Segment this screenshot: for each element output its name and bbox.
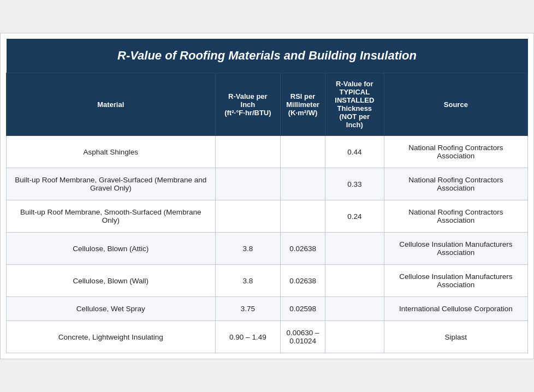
cell-source: Cellulose Insulation Manufacturers Assoc… xyxy=(384,233,527,265)
table-row: Built-up Roof Membrane, Smooth-Surfaced … xyxy=(7,200,528,233)
cell-rsi-per-mm: 0.02638 xyxy=(281,265,325,297)
cell-r-value-per-inch xyxy=(215,136,281,168)
cell-rsi-per-mm xyxy=(281,200,325,233)
header-r-value-per-inch: R-Value per Inch(ft²·°F·hr/BTU) xyxy=(215,73,281,136)
header-rsi-per-mm: RSI perMillimeter(K·m²/W) xyxy=(281,73,325,136)
header-material: Material xyxy=(7,73,216,136)
table-row: Built-up Roof Membrane, Gravel-Surfaced … xyxy=(7,168,528,200)
cell-source: National Roofing Contractors Association xyxy=(384,200,527,233)
table-body: Asphalt Shingles0.44National Roofing Con… xyxy=(7,136,528,353)
cell-material: Cellulose, Wet Spray xyxy=(7,297,216,321)
cell-material: Concrete, Lightweight Insulating xyxy=(7,321,216,353)
cell-r-value-per-inch: 0.90 – 1.49 xyxy=(215,321,281,353)
cell-source: Siplast xyxy=(384,321,527,353)
header-source: Source xyxy=(384,73,527,136)
cell-material: Cellulose, Blown (Attic) xyxy=(7,233,216,265)
cell-r-value-per-inch: 3.75 xyxy=(215,297,281,321)
cell-rsi-per-mm: 0.02598 xyxy=(281,297,325,321)
cell-source: International Cellulose Corporation xyxy=(384,297,527,321)
cell-material: Built-up Roof Membrane, Gravel-Surfaced … xyxy=(7,168,216,200)
cell-r-value-typical: 0.33 xyxy=(325,168,384,200)
cell-r-value-per-inch xyxy=(215,200,281,233)
header-r-value-typical: R-Value forTYPICALINSTALLEDThickness(NOT… xyxy=(325,73,384,136)
cell-r-value-per-inch: 3.8 xyxy=(215,265,281,297)
table-row: Cellulose, Wet Spray3.750.02598Internati… xyxy=(7,297,528,321)
table-row: Cellulose, Blown (Attic)3.80.02638Cellul… xyxy=(7,233,528,265)
cell-rsi-per-mm: 0.02638 xyxy=(281,233,325,265)
cell-r-value-typical xyxy=(325,265,384,297)
cell-r-value-per-inch: 3.8 xyxy=(215,233,281,265)
cell-material: Built-up Roof Membrane, Smooth-Surfaced … xyxy=(7,200,216,233)
cell-r-value-typical xyxy=(325,321,384,353)
cell-r-value-typical xyxy=(325,297,384,321)
cell-rsi-per-mm xyxy=(281,136,325,168)
cell-rsi-per-mm: 0.00630 –0.01024 xyxy=(281,321,325,353)
cell-r-value-typical xyxy=(325,233,384,265)
cell-source: Cellulose Insulation Manufacturers Assoc… xyxy=(384,265,527,297)
table-row: Concrete, Lightweight Insulating0.90 – 1… xyxy=(7,321,528,353)
table-title: R-Value of Roofing Materials and Buildin… xyxy=(7,39,528,73)
cell-r-value-per-inch xyxy=(215,168,281,200)
table-row: Asphalt Shingles0.44National Roofing Con… xyxy=(7,136,528,168)
cell-source: National Roofing Contractors Association xyxy=(384,136,527,168)
title-row: R-Value of Roofing Materials and Buildin… xyxy=(7,39,528,73)
cell-r-value-typical: 0.44 xyxy=(325,136,384,168)
cell-material: Cellulose, Blown (Wall) xyxy=(7,265,216,297)
cell-source: National Roofing Contractors Association xyxy=(384,168,527,200)
cell-rsi-per-mm xyxy=(281,168,325,200)
table-row: Cellulose, Blown (Wall)3.80.02638Cellulo… xyxy=(7,265,528,297)
cell-material: Asphalt Shingles xyxy=(7,136,216,168)
table-wrapper: R-Value of Roofing Materials and Buildin… xyxy=(0,33,534,359)
header-row: Material R-Value per Inch(ft²·°F·hr/BTU)… xyxy=(7,73,528,136)
cell-r-value-typical: 0.24 xyxy=(325,200,384,233)
main-table: R-Value of Roofing Materials and Buildin… xyxy=(6,39,528,353)
